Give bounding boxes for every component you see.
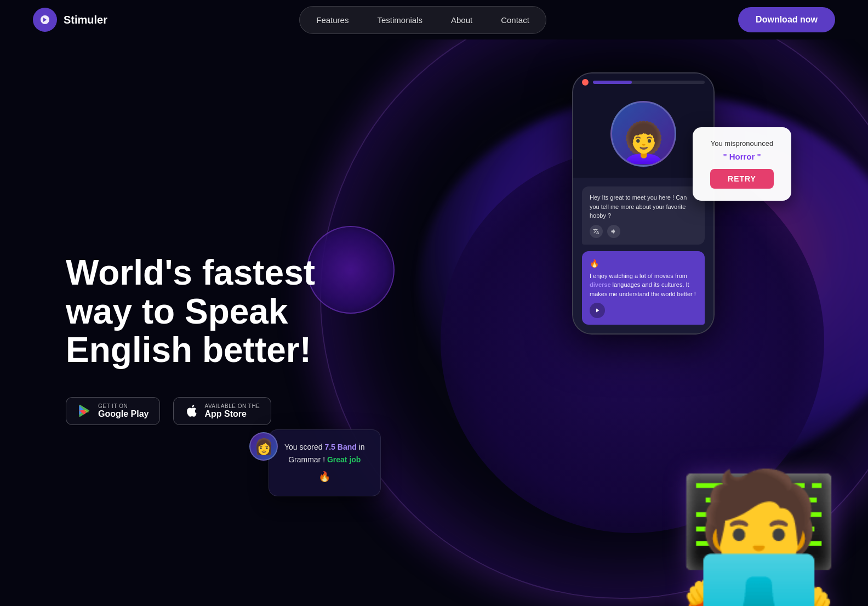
store-buttons: GET IT ON Google Play Available on the A…: [66, 397, 373, 425]
phone-status-bar: [573, 73, 713, 90]
apple-icon: [185, 404, 199, 418]
word-pre: ": [723, 152, 729, 161]
score-fire-emoji: 🔥: [284, 469, 365, 485]
translate-icon: [593, 228, 599, 235]
word-post: ": [755, 152, 761, 161]
google-play-sub: GET IT ON: [98, 403, 149, 409]
phone-close-btn: [582, 79, 589, 86]
google-play-main: Google Play: [98, 409, 149, 419]
user-message-part1: I enjoy watching a lot of movies from: [590, 273, 687, 279]
user-chat-bubble: 🔥 I enjoy watching a lot of movies from …: [582, 251, 705, 325]
app-store-sub: Available on the: [204, 403, 260, 409]
navbar: Stimuler Features Testimonials About Con…: [0, 0, 868, 39]
app-store-main: App Store: [204, 409, 260, 419]
logo-area[interactable]: Stimuler: [33, 8, 107, 32]
translate-icon-btn[interactable]: [590, 225, 603, 238]
highlight-word: diverse: [590, 281, 611, 288]
nav-about[interactable]: About: [438, 11, 486, 29]
hero-section: World's fastest way to Speak English bet…: [0, 39, 868, 606]
hero-title: World's fastest way to Speak English bet…: [66, 253, 373, 369]
play-button[interactable]: [590, 303, 605, 318]
brand-name: Stimuler: [64, 14, 107, 26]
nav-testimonials[interactable]: Testimonials: [364, 11, 436, 29]
score-prefix: You scored: [284, 443, 324, 451]
fire-emoji: 🔥: [590, 258, 697, 269]
phone-chat-area: Hey Its great to meet you here ! Can you…: [573, 178, 713, 333]
ai-chat-bubble: Hey Its great to meet you here ! Can you…: [582, 186, 705, 245]
google-play-text: GET IT ON Google Play: [98, 403, 149, 419]
hero-title-line1: World's fastest way to Speak: [66, 253, 315, 331]
logo-icon: [33, 8, 57, 32]
mispronounced-word: Horror: [729, 152, 755, 161]
app-store-text: Available on the App Store: [204, 403, 260, 419]
google-play-button[interactable]: GET IT ON Google Play: [66, 397, 160, 425]
score-card-text: You scored 7.5 Band in Grammar ! Great j…: [284, 441, 365, 485]
retry-button[interactable]: RETRY: [710, 169, 774, 189]
nav-features[interactable]: Features: [303, 11, 362, 29]
nav-contact[interactable]: Contact: [488, 11, 542, 29]
ai-message: Hey Its great to meet you here ! Can you…: [590, 194, 687, 219]
hero-content: World's fastest way to Speak English bet…: [0, 220, 373, 424]
phone-frame: 👩‍🦱 Hey Its great to meet you here ! Can…: [572, 72, 715, 335]
avatar-emoji: 👩‍🦱: [620, 120, 667, 165]
score-card: You scored 7.5 Band in Grammar ! Great j…: [269, 429, 381, 496]
character-emoji: 🧑‍💻: [677, 474, 841, 606]
pronunciation-card: You mispronounced " Horror " RETRY: [693, 127, 791, 201]
google-play-icon: [77, 403, 93, 418]
ai-avatar: 👩‍🦱: [610, 101, 676, 167]
audio-icon: [610, 228, 617, 235]
score-grade: Great job: [327, 455, 361, 464]
phone-progress-fill: [593, 81, 632, 84]
score-band: 7.5 Band: [324, 443, 356, 451]
phone-progress-bar: [593, 81, 705, 84]
score-middle: in: [357, 443, 365, 451]
phone-mockup: 👩‍🦱 Hey Its great to meet you here ! Can…: [572, 72, 726, 335]
score-avatar-emoji: 👩: [254, 438, 273, 456]
score-subject: Grammar !: [288, 455, 325, 464]
download-now-button[interactable]: Download now: [738, 7, 835, 32]
pronunciation-label: You mispronounced: [708, 139, 776, 148]
audio-icon-btn[interactable]: [607, 225, 620, 238]
pronunciation-word: " Horror ": [708, 152, 776, 161]
app-store-button[interactable]: Available on the App Store: [173, 397, 271, 425]
character-figure: 🧑‍💻: [731, 431, 841, 606]
play-icon: [594, 307, 601, 314]
chat-action-icons: [590, 225, 697, 238]
nav-links: Features Testimonials About Contact: [299, 6, 546, 34]
score-card-avatar: 👩: [249, 432, 278, 461]
hero-title-line2: English better!: [66, 330, 311, 370]
